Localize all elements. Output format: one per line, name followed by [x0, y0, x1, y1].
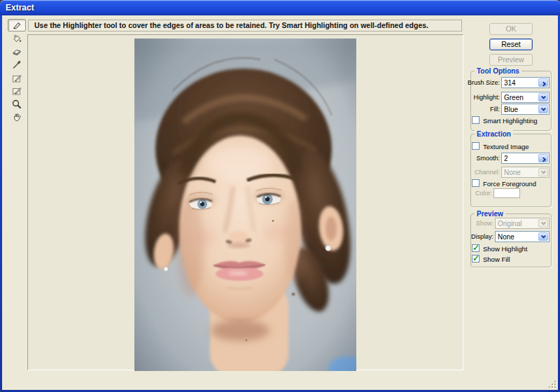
brush-size-value: 314 — [504, 78, 516, 88]
chevron-down-icon — [540, 233, 545, 238]
tool-hand[interactable] — [8, 111, 26, 123]
display-label: Display: — [471, 233, 493, 240]
show-label: Show: — [476, 220, 493, 227]
show-highlight-label[interactable]: Show Highlight — [483, 245, 527, 253]
dialog-body: Use the Highlighter tool to cover the ed… — [2, 15, 558, 390]
display-select[interactable]: None — [495, 231, 550, 242]
show-dropdown-button — [538, 219, 548, 227]
edge-highlighter-icon — [11, 20, 22, 31]
channel-value: None — [504, 168, 521, 177]
show-select: Original — [495, 218, 550, 229]
tool-eyedropper[interactable] — [8, 58, 26, 71]
brush-size-label: Brush Size: — [468, 79, 500, 86]
brush-size-input[interactable]: 314 — [501, 77, 550, 88]
fill-dropdown-button[interactable] — [538, 105, 548, 113]
image-canvas[interactable] — [27, 34, 463, 370]
smooth-spinner[interactable] — [538, 154, 548, 162]
chevron-down-icon — [540, 106, 545, 111]
fill-value: Blue — [504, 105, 518, 114]
title-bar[interactable]: Extract — [0, 0, 560, 15]
hand-icon — [11, 111, 22, 122]
chevron-right-icon — [540, 157, 545, 162]
fill-select[interactable]: Blue — [501, 104, 550, 115]
edge-touchup-icon — [11, 85, 22, 97]
smart-highlighting-label[interactable]: Smart Highlighting — [483, 117, 538, 125]
smooth-label: Smooth: — [476, 155, 500, 162]
preview-button[interactable]: Preview — [489, 54, 533, 66]
portrait-photo[interactable] — [134, 38, 356, 371]
extraction-caption: Extraction — [475, 130, 513, 138]
smart-highlighting-checkbox[interactable] — [472, 116, 479, 124]
display-dropdown-button[interactable] — [538, 232, 548, 241]
reset-button[interactable]: Reset — [489, 38, 533, 50]
force-foreground-label[interactable]: Force Foreground — [483, 180, 536, 188]
chevron-down-icon — [540, 220, 545, 225]
zoom-icon — [11, 99, 22, 110]
show-highlight-checkbox[interactable] — [472, 244, 479, 252]
preview-caption: Preview — [475, 210, 505, 218]
brush-size-spinner[interactable] — [538, 78, 548, 87]
eyedropper-icon — [11, 59, 22, 70]
channel-select: None — [501, 167, 550, 178]
textured-image-checkbox[interactable] — [472, 142, 479, 150]
color-label: Color: — [475, 190, 492, 197]
display-value: None — [498, 232, 514, 241]
show-value: Original — [498, 219, 522, 228]
foreground-color-swatch[interactable] — [493, 188, 520, 198]
tool-edge-highlighter[interactable] — [8, 19, 26, 31]
instruction-text: Use the Highlighter tool to cover the ed… — [28, 20, 462, 31]
highlight-value: Green — [504, 93, 524, 102]
channel-dropdown-button — [538, 168, 548, 176]
chevron-down-icon — [540, 94, 545, 99]
eraser-icon — [11, 46, 22, 57]
dialog-title: Extract — [0, 0, 560, 15]
chevron-down-icon — [540, 169, 545, 174]
chevron-right-icon — [540, 81, 545, 86]
smooth-input[interactable]: 2 — [501, 153, 550, 164]
extract-dialog: Extract — [0, 0, 560, 392]
highlight-dropdown-button[interactable] — [538, 93, 548, 102]
smooth-value: 2 — [504, 154, 508, 163]
fill-label: Fill: — [490, 106, 500, 113]
force-foreground-checkbox[interactable] — [472, 179, 479, 187]
tool-cleanup[interactable] — [8, 72, 26, 85]
highlight-label: Highlight: — [473, 94, 500, 101]
tool-eraser[interactable] — [8, 45, 26, 57]
tool-edge-touchup[interactable] — [8, 85, 26, 97]
channel-label: Channel: — [475, 169, 500, 176]
show-fill-checkbox[interactable] — [472, 255, 479, 262]
cleanup-icon — [11, 73, 22, 84]
tool-zoom[interactable] — [8, 98, 26, 111]
textured-image-label[interactable]: Textured Image — [483, 143, 528, 150]
resize-grip[interactable] — [547, 379, 556, 388]
show-fill-label[interactable]: Show Fill — [483, 255, 510, 263]
ok-button[interactable]: OK — [489, 23, 533, 35]
tool-fill[interactable] — [8, 32, 26, 45]
tool-options-caption: Tool Options — [475, 67, 522, 75]
fill-bucket-icon — [11, 33, 22, 44]
highlight-select[interactable]: Green — [501, 92, 550, 103]
